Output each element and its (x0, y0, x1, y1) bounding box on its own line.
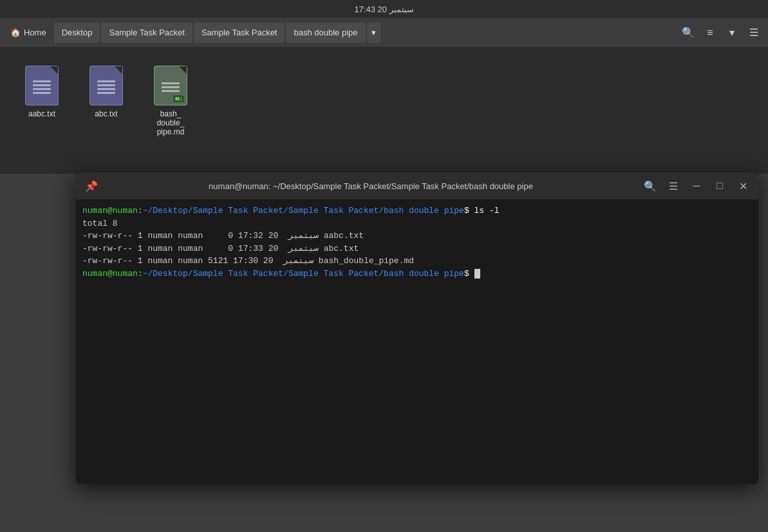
terminal-minimize-button[interactable]: ─ (688, 177, 706, 195)
terminal-file-3: -rw-rw-r-- 1 numan numan 5121 17:30 20 س… (82, 255, 752, 268)
terminal-titlebar: 📌 numan@numan: ~/Desktop/Sample Task Pac… (76, 172, 758, 199)
minimize-icon: ─ (693, 180, 700, 192)
desktop-breadcrumb[interactable]: Desktop (54, 23, 100, 43)
breadcrumb-3[interactable]: bash double pipe (286, 23, 365, 43)
terminal-search-button[interactable]: 🔍 (641, 177, 659, 195)
terminal-window: 📌 numan@numan: ~/Desktop/Sample Task Pac… (76, 172, 758, 484)
terminal-command: $ ls -l (464, 206, 500, 216)
file-icon-md: M↓ (154, 66, 187, 105)
file-label-aabc: aabc.txt (28, 109, 55, 118)
file-icon-aabc (25, 66, 59, 105)
terminal-prompt-path: ~/Desktop/Sample Task Packet/Sample Task… (143, 206, 464, 216)
terminal-cursor (474, 269, 480, 279)
breadcrumb-2[interactable]: Sample Task Packet (194, 23, 285, 43)
terminal-menu-button[interactable]: ☰ (664, 177, 682, 195)
clock: 17:43 (354, 5, 375, 14)
home-icon: 🏠 (10, 28, 21, 37)
desktop-label: Desktop (62, 28, 93, 37)
menu-button[interactable]: ☰ (744, 23, 764, 43)
terminal-title: numan@numan: ~/Desktop/Sample Task Packe… (106, 181, 636, 191)
terminal-close-button[interactable]: ✕ (734, 177, 752, 195)
maximize-icon: □ (716, 180, 723, 192)
pin-icon: 📌 (85, 180, 98, 192)
view-list-button[interactable]: ≡ (700, 23, 720, 43)
terminal-pin-button[interactable]: 📌 (82, 177, 100, 195)
home-label: Home (24, 28, 46, 37)
terminal-prompt-user-2: numan@numan (82, 269, 138, 279)
terminal-search-icon: 🔍 (644, 180, 657, 192)
top-bar: 17:43 20 سبتمبر (0, 0, 768, 18)
breadcrumb2-label: Sample Task Packet (201, 28, 277, 37)
file-label-abc: abc.txt (95, 109, 117, 118)
terminal-menu-icon: ☰ (669, 180, 678, 192)
terminal-body[interactable]: numan@numan:~/Desktop/Sample Task Packet… (76, 199, 758, 484)
file-aabc[interactable]: aabc.txt (13, 60, 71, 142)
terminal-prompt-colon-2: : (138, 269, 143, 279)
expand-icon: ▾ (729, 26, 735, 39)
terminal-line-prompt: numan@numan:~/Desktop/Sample Task Packet… (82, 205, 752, 217)
breadcrumb-1[interactable]: Sample Task Packet (101, 23, 192, 43)
file-area: aabc.txt abc.txt M↓ bash_double_pipe.md (0, 48, 768, 174)
view-expand-button[interactable]: ▾ (722, 23, 742, 43)
close-icon: ✕ (739, 180, 747, 192)
file-manager-toolbar: 🏠 Home Desktop Sample Task Packet Sample… (0, 18, 768, 48)
search-button[interactable]: 🔍 (678, 23, 698, 43)
terminal-file-2: -rw-rw-r-- 1 numan numan 0 17:33 20 سبتم… (82, 243, 752, 255)
terminal-prompt-dollar-2: $ (464, 269, 474, 279)
terminal-prompt-user: numan@numan (82, 206, 138, 216)
file-label-md: bash_double_pipe.md (157, 109, 185, 136)
home-button[interactable]: 🏠 Home (4, 23, 53, 43)
terminal-file-1: -rw-rw-r-- 1 numan numan 0 17:32 20 سبتم… (82, 230, 752, 243)
file-icon-abc (89, 66, 123, 105)
list-icon: ≡ (707, 27, 713, 39)
breadcrumb3-label: bash double pipe (294, 28, 357, 37)
search-icon: 🔍 (682, 26, 695, 39)
terminal-prompt-colon: : (138, 206, 143, 216)
terminal-maximize-button[interactable]: □ (711, 177, 729, 195)
terminal-output-total: total 8 (82, 217, 752, 230)
breadcrumb1-label: Sample Task Packet (109, 28, 185, 37)
terminal-line-prompt-2: numan@numan:~/Desktop/Sample Task Packet… (82, 268, 752, 280)
terminal-prompt-path-2: ~/Desktop/Sample Task Packet/Sample Task… (143, 269, 464, 279)
menu-icon: ☰ (749, 26, 758, 39)
file-abc[interactable]: abc.txt (77, 60, 135, 142)
file-md[interactable]: M↓ bash_double_pipe.md (142, 60, 200, 142)
breadcrumb-expand[interactable]: ▾ (367, 23, 380, 43)
date: 20 سبتمبر (378, 5, 414, 14)
